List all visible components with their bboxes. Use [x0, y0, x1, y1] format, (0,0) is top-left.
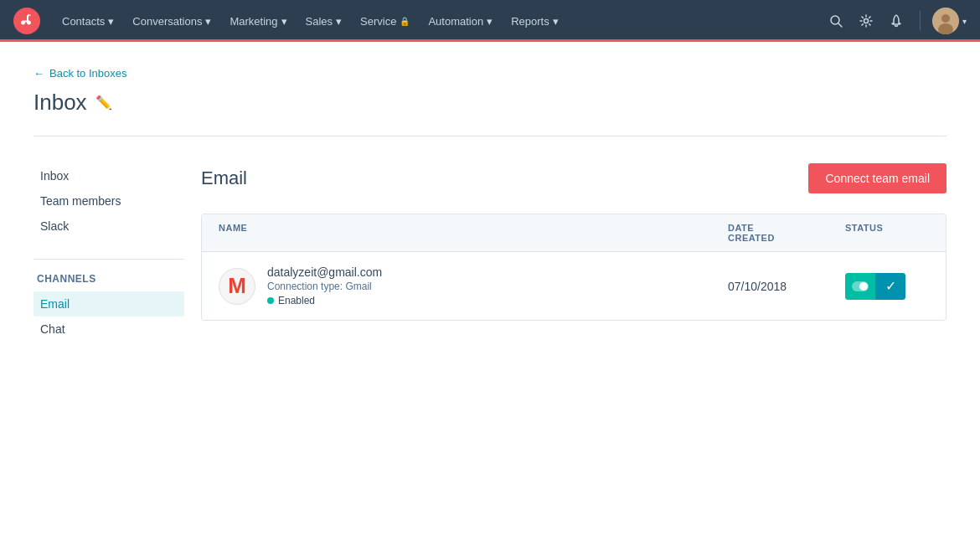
email-cell: M datalyzeit@gmail.com Connection type: … — [219, 265, 728, 306]
table-row: M datalyzeit@gmail.com Connection type: … — [202, 252, 946, 320]
email-table: NAME DATECREATED STATUS M datalyzeit@gma… — [201, 214, 946, 321]
status-label: Enabled — [278, 295, 315, 306]
page-title-row: Inbox ✏️ — [34, 90, 946, 116]
chevron-down-icon — [108, 15, 114, 28]
gear-icon — [859, 14, 873, 28]
lock-icon: 🔒 — [400, 17, 410, 26]
avatar-chevron-icon — [962, 17, 967, 26]
sidebar-item-inbox[interactable]: Inbox — [34, 163, 184, 188]
toggle-check-button[interactable]: ✓ — [875, 273, 905, 300]
sidebar-item-slack[interactable]: Slack — [34, 214, 184, 239]
avatar — [932, 8, 959, 34]
nav-items: Contacts Conversations Marketing Sales S… — [54, 10, 824, 33]
nav-automation[interactable]: Automation — [420, 10, 501, 33]
section-title: Email — [201, 167, 247, 189]
nav-marketing[interactable]: Marketing — [221, 10, 295, 33]
back-to-inboxes-link[interactable]: ← Back to Inboxes — [34, 67, 946, 80]
back-arrow-icon: ← — [34, 67, 44, 80]
layout: Inbox Team members Slack Channels Email … — [34, 163, 946, 362]
sidebar-top-section: Inbox Team members Slack — [34, 163, 184, 239]
col-date-created: DATECREATED — [728, 223, 845, 243]
sidebar-item-chat[interactable]: Chat — [34, 317, 184, 342]
svg-line-3 — [838, 23, 842, 27]
settings-button[interactable] — [854, 9, 878, 33]
top-navigation: Contacts Conversations Marketing Sales S… — [0, 0, 980, 42]
nav-sales[interactable]: Sales — [297, 10, 351, 33]
content-header: Email Connect team email — [201, 163, 946, 193]
email-content-area: Email Connect team email NAME DATECREATE… — [201, 163, 946, 362]
status-dot — [267, 297, 274, 304]
svg-point-4 — [864, 19, 869, 23]
toggle-cell: ✓ — [845, 273, 929, 300]
chevron-down-icon — [281, 15, 287, 28]
col-name: NAME — [219, 223, 728, 243]
sidebar: Inbox Team members Slack Channels Email … — [34, 163, 201, 362]
channels-label: Channels — [34, 273, 184, 285]
user-avatar-wrapper[interactable] — [932, 8, 967, 34]
search-button[interactable] — [824, 9, 848, 33]
main-content: ← Back to Inboxes Inbox ✏️ Inbox Team me… — [0, 42, 980, 387]
nav-divider — [920, 11, 921, 31]
date-cell: 07/10/2018 — [728, 280, 845, 293]
page-title: Inbox — [34, 90, 87, 116]
email-address: datalyzeit@gmail.com — [267, 265, 382, 279]
status-badge: Enabled — [267, 295, 382, 306]
sidebar-divider — [34, 259, 184, 260]
table-header: NAME DATECREATED STATUS — [202, 214, 946, 252]
connection-type: Connection type: Gmail — [267, 281, 382, 292]
bell-icon — [890, 14, 903, 28]
edit-icon[interactable]: ✏️ — [95, 95, 112, 111]
notifications-button[interactable] — [885, 9, 908, 33]
chevron-down-icon — [205, 15, 211, 28]
toggle-track[interactable] — [845, 273, 875, 300]
nav-conversations[interactable]: Conversations — [124, 10, 219, 33]
hubspot-logo[interactable] — [13, 8, 40, 34]
chevron-down-icon — [553, 15, 559, 28]
sidebar-item-email[interactable]: Email — [34, 291, 184, 317]
email-info: datalyzeit@gmail.com Connection type: Gm… — [267, 265, 382, 306]
col-status: STATUS — [845, 223, 929, 243]
search-icon — [829, 14, 843, 28]
chevron-down-icon — [487, 15, 493, 28]
nav-contacts[interactable]: Contacts — [54, 10, 122, 33]
toggle-wrapper[interactable]: ✓ — [845, 273, 905, 300]
chevron-down-icon — [336, 15, 342, 28]
sidebar-item-team-members[interactable]: Team members — [34, 188, 184, 214]
svg-point-6 — [941, 14, 950, 23]
svg-point-1 — [22, 21, 25, 24]
nav-right — [824, 8, 967, 34]
nav-service[interactable]: Service 🔒 — [352, 10, 418, 33]
gmail-icon: M — [219, 268, 255, 305]
connect-team-email-button[interactable]: Connect team email — [808, 163, 946, 193]
section-divider — [34, 136, 946, 136]
nav-reports[interactable]: Reports — [503, 10, 567, 33]
checkmark-icon: ✓ — [885, 278, 896, 294]
sidebar-channels-section: Channels Email Chat — [34, 273, 184, 342]
